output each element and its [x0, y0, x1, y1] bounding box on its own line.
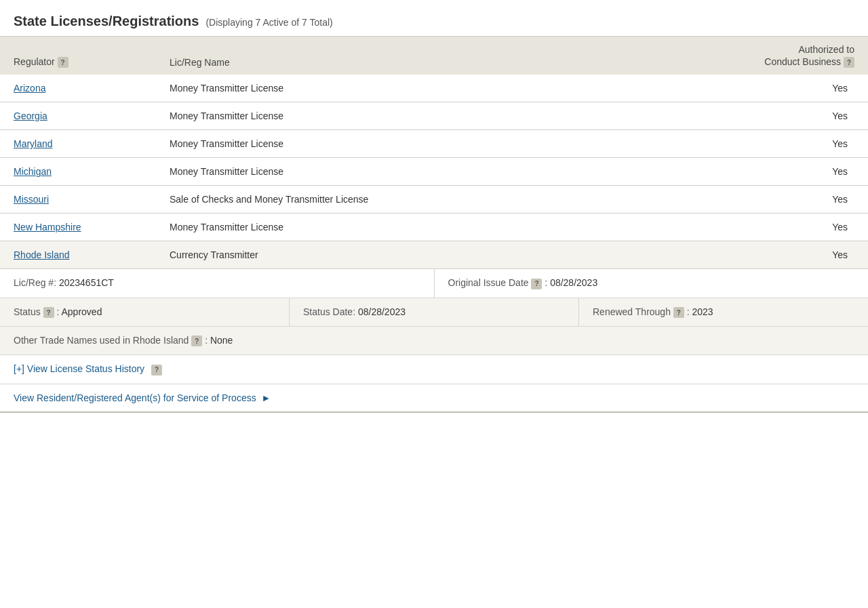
page-title: State Licenses/Registrations	[14, 14, 199, 29]
rhode-island-link[interactable]: Rhode Island	[14, 249, 70, 260]
licenses-table: Regulator ? Lic/Reg Name Authorized toCo…	[0, 37, 868, 413]
status-cell: Status ? : Approved	[0, 298, 290, 326]
detail-row-history: [+] View License Status History ?	[0, 355, 868, 384]
status-date-label: Status Date:	[303, 306, 355, 317]
lic-reg-name-cell: Money Transmitter License	[170, 83, 719, 94]
regulator-cell: Arizona	[14, 83, 170, 94]
lic-reg-num-cell: Lic/Reg #: 20234651CT	[0, 269, 435, 297]
authorized-cell: Yes	[719, 194, 854, 205]
original-issue-value: 08/28/2023	[550, 277, 597, 288]
arrow-right-icon: ►	[262, 392, 271, 403]
arizona-link[interactable]: Arizona	[14, 83, 45, 94]
trade-names-label: Other Trade Names used in Rhode Island	[14, 335, 189, 346]
renewed-through-value: 2023	[692, 306, 713, 317]
table-row: Arizona Money Transmitter License Yes	[0, 75, 868, 102]
lic-reg-name-cell: Money Transmitter License	[170, 110, 719, 121]
table-row: Maryland Money Transmitter License Yes	[0, 130, 868, 158]
original-issue-colon: :	[545, 277, 550, 288]
col-header-authorized: Authorized toConduct Business ?	[719, 43, 854, 68]
trade-names-value: None	[210, 335, 233, 346]
col-header-lic-reg-name: Lic/Reg Name	[170, 57, 719, 68]
renewed-through-colon: :	[687, 306, 692, 317]
renewed-through-cell: Renewed Through ? : 2023	[579, 298, 868, 326]
authorized-cell: Yes	[719, 222, 854, 232]
regulator-label: Regulator	[14, 56, 55, 67]
georgia-link[interactable]: Georgia	[14, 110, 47, 121]
regulator-cell: Georgia	[14, 110, 170, 121]
status-date-val: 08/28/2023	[358, 306, 406, 317]
regulator-cell: Missouri	[14, 194, 170, 205]
regulator-help-icon[interactable]: ?	[58, 57, 68, 68]
new-hampshire-link[interactable]: New Hampshire	[14, 222, 81, 232]
status-colon: :	[56, 306, 61, 317]
renewed-through-label: Renewed Through	[593, 306, 671, 317]
renewed-through-help-icon[interactable]: ?	[673, 307, 684, 318]
authorized-help-icon[interactable]: ?	[844, 57, 854, 68]
lic-reg-num-val: 20234651CT	[59, 277, 114, 288]
michigan-link[interactable]: Michigan	[14, 166, 52, 177]
regulator-cell: Michigan	[14, 166, 170, 177]
detail-row-agent: View Resident/Registered Agent(s) for Se…	[0, 384, 868, 411]
page-title-bar: State Licenses/Registrations (Displaying…	[0, 7, 868, 37]
page-container: State Licenses/Registrations (Displaying…	[0, 0, 868, 420]
table-row: Missouri Sale of Checks and Money Transm…	[0, 186, 868, 214]
table-header: Regulator ? Lic/Reg Name Authorized toCo…	[0, 37, 868, 75]
table-row: New Hampshire Money Transmitter License …	[0, 214, 868, 241]
status-label: Status	[14, 306, 41, 317]
authorized-cell: Yes	[719, 138, 854, 149]
original-issue-cell: Original Issue Date ? : 08/28/2023	[435, 269, 869, 297]
lic-reg-name-cell: Currency Transmitter	[170, 249, 719, 260]
table-row: Michigan Money Transmitter License Yes	[0, 158, 868, 186]
regulator-cell: New Hampshire	[14, 222, 170, 232]
detail-row-lic-reg: Lic/Reg #: 20234651CT Original Issue Dat…	[0, 269, 868, 298]
regulator-cell: Maryland	[14, 138, 170, 149]
regulator-cell: Rhode Island	[14, 249, 170, 260]
history-help-icon[interactable]: ?	[151, 365, 162, 376]
status-help-icon[interactable]: ?	[43, 307, 54, 318]
detail-row-trade-names: Other Trade Names used in Rhode Island ?…	[0, 327, 868, 355]
lic-reg-name-cell: Sale of Checks and Money Transmitter Lic…	[170, 194, 719, 205]
view-history-link[interactable]: [+] View License Status History	[14, 363, 144, 374]
lic-reg-name-cell: Money Transmitter License	[170, 166, 719, 177]
rhode-island-detail-panel: Lic/Reg #: 20234651CT Original Issue Dat…	[0, 269, 868, 412]
missouri-link[interactable]: Missouri	[14, 194, 49, 205]
authorized-label: Authorized toConduct Business	[764, 44, 854, 67]
trade-names-help-icon[interactable]: ?	[191, 336, 202, 346]
authorized-cell: Yes	[719, 166, 854, 177]
authorized-cell: Yes	[719, 249, 854, 260]
lic-reg-num-label: Lic/Reg #:	[14, 277, 56, 288]
trade-names-colon: :	[205, 335, 210, 346]
lic-reg-name-cell: Money Transmitter License	[170, 138, 719, 149]
authorized-cell: Yes	[719, 83, 854, 94]
authorized-cell: Yes	[719, 110, 854, 121]
detail-row-status: Status ? : Approved Status Date: 08/28/2…	[0, 298, 868, 327]
table-row: Georgia Money Transmitter License Yes	[0, 102, 868, 130]
status-value: Approved	[62, 306, 102, 317]
original-issue-help-icon[interactable]: ?	[531, 279, 542, 289]
original-issue-label: Original Issue Date	[448, 277, 529, 288]
page-subtitle: (Displaying 7 Active of 7 Total)	[205, 17, 332, 28]
maryland-link[interactable]: Maryland	[14, 138, 53, 149]
status-date-cell: Status Date: 08/28/2023	[290, 298, 579, 326]
lic-reg-name-cell: Money Transmitter License	[170, 222, 719, 232]
table-row-rhode-island: Rhode Island Currency Transmitter Yes	[0, 241, 868, 269]
view-agent-link[interactable]: View Resident/Registered Agent(s) for Se…	[14, 392, 256, 403]
col-header-regulator: Regulator ?	[14, 56, 170, 68]
